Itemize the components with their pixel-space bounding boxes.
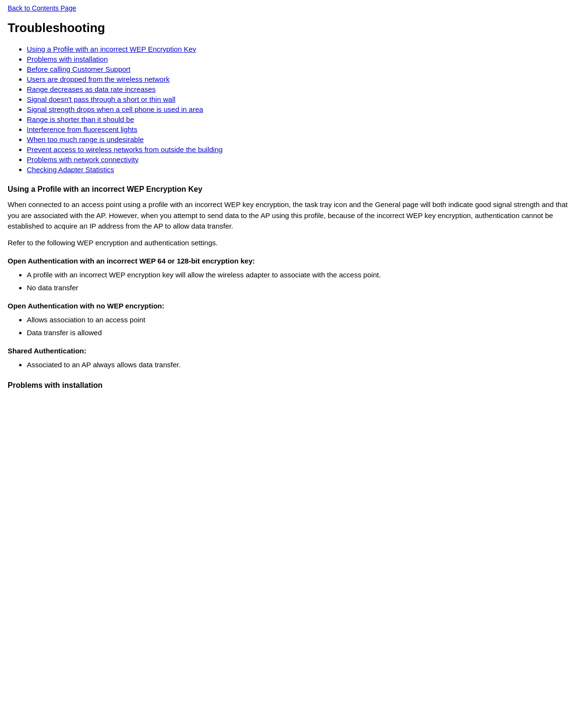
shared-auth-item-1: Associated to an AP always allows data t… <box>27 360 580 371</box>
open-auth-incorrect-item-1: A profile with an incorrect WEP encrypti… <box>27 270 580 281</box>
toc-link-4[interactable]: Users are dropped from the wireless netw… <box>27 75 169 83</box>
open-auth-incorrect-list: A profile with an incorrect WEP encrypti… <box>27 270 580 293</box>
open-auth-incorrect-item-2: No data transfer <box>27 283 580 294</box>
toc-link-3[interactable]: Before calling Customer Support <box>27 65 131 73</box>
toc-item-2: Problems with installation <box>27 55 580 63</box>
shared-auth-heading: Shared Authentication: <box>8 347 580 355</box>
toc-link-7[interactable]: Signal strength drops when a cell phone … <box>27 105 203 113</box>
toc-link-1[interactable]: Using a Profile with an incorrect WEP En… <box>27 45 196 53</box>
installation-section: Problems with installation <box>8 381 580 390</box>
toc-link-9[interactable]: Interference from fluorescent lights <box>27 125 137 133</box>
toc-item-7: Signal strength drops when a cell phone … <box>27 105 580 113</box>
open-auth-no-wep-item-1: Allows association to an access point <box>27 315 580 326</box>
toc-link-8[interactable]: Range is shorter than it should be <box>27 115 134 123</box>
toc-list: Using a Profile with an incorrect WEP En… <box>27 45 580 174</box>
toc-link-5[interactable]: Range decreases as data rate increases <box>27 85 155 93</box>
toc-link-10[interactable]: When too much range is undesirable <box>27 135 144 143</box>
shared-auth-list: Associated to an AP always allows data t… <box>27 360 580 371</box>
toc-item-8: Range is shorter than it should be <box>27 115 580 123</box>
wep-section-heading: Using a Profile with an incorrect WEP En… <box>8 185 580 194</box>
toc-item-10: When too much range is undesirable <box>27 135 580 143</box>
open-auth-no-wep-heading: Open Authentication with no WEP encrypti… <box>8 302 580 310</box>
wep-section: Using a Profile with an incorrect WEP En… <box>8 185 580 371</box>
installation-section-heading: Problems with installation <box>8 381 580 390</box>
page-title: Troubleshooting <box>8 21 580 35</box>
wep-body-2: Refer to the following WEP encryption an… <box>8 238 580 249</box>
toc-item-11: Prevent access to wireless networks from… <box>27 145 580 154</box>
toc-link-11[interactable]: Prevent access to wireless networks from… <box>27 145 222 154</box>
wep-body-1: When connected to an access point using … <box>8 199 580 232</box>
toc-item-3: Before calling Customer Support <box>27 65 580 73</box>
toc-item-9: Interference from fluorescent lights <box>27 125 580 133</box>
open-auth-incorrect-heading: Open Authentication with an incorrect WE… <box>8 257 580 265</box>
toc-item-5: Range decreases as data rate increases <box>27 85 580 93</box>
toc-item-4: Users are dropped from the wireless netw… <box>27 75 580 83</box>
open-auth-no-wep-list: Allows association to an access pointDat… <box>27 315 580 338</box>
toc-link-12[interactable]: Problems with network connectivity <box>27 155 138 164</box>
toc-item-6: Signal doesn't pass through a short or t… <box>27 95 580 103</box>
toc-link-13[interactable]: Checking Adapter Statistics <box>27 165 114 174</box>
toc-link-6[interactable]: Signal doesn't pass through a short or t… <box>27 95 176 103</box>
open-auth-no-wep-item-2: Data transfer is allowed <box>27 328 580 339</box>
toc-item-12: Problems with network connectivity <box>27 155 580 164</box>
toc-item-13: Checking Adapter Statistics <box>27 165 580 174</box>
toc-link-2[interactable]: Problems with installation <box>27 55 108 63</box>
toc-item-1: Using a Profile with an incorrect WEP En… <box>27 45 580 53</box>
back-to-contents-link[interactable]: Back to Contents Page <box>8 4 76 12</box>
